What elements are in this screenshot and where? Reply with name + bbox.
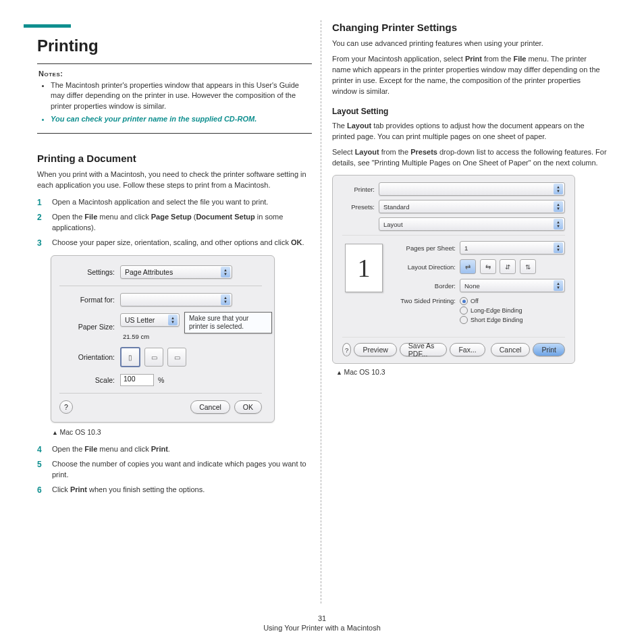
- callout: Make sure that your printer is selected.: [184, 312, 272, 333]
- layout-preview: 1: [345, 244, 383, 292]
- tab-select[interactable]: Layout▲▼: [379, 217, 565, 231]
- radio-off[interactable]: Off: [460, 297, 523, 305]
- printer-label: Printer:: [342, 186, 379, 193]
- layout-dir-3-icon[interactable]: ⇵: [500, 259, 516, 274]
- scale-label: Scale:: [59, 376, 120, 384]
- page-footer: 31 Using Your Printer with a Macintosh: [0, 614, 644, 632]
- radio-long[interactable]: Long-Edge Binding: [460, 306, 523, 315]
- page-title: Printing: [37, 36, 312, 55]
- two-sided-label: Two Sided Printing:: [392, 297, 460, 304]
- notes-label: Notes:: [38, 70, 63, 78]
- page-setup-dialog: Settings: Page Attributes▲▼ Format for: …: [51, 255, 275, 423]
- radio-icon: [460, 306, 468, 315]
- step: Open a Macintosh application and select …: [37, 197, 312, 208]
- step: Click Print when you finish setting the …: [37, 485, 312, 495]
- help-button[interactable]: ?: [59, 400, 73, 414]
- note-item: The Macintosh printer's properties windo…: [51, 80, 311, 111]
- fax-button[interactable]: Fax...: [450, 343, 485, 356]
- orientation-landscape-icon[interactable]: ▭: [144, 348, 163, 367]
- paragraph: Select Layout from the Presets drop-down…: [332, 147, 607, 169]
- radio-short[interactable]: Short Edge Binding: [460, 316, 523, 324]
- dropdown-arrows-icon: ▲▼: [554, 242, 563, 253]
- step: Choose the number of copies you want and…: [37, 459, 312, 481]
- settings-select[interactable]: Page Attributes▲▼: [120, 265, 232, 279]
- dropdown-arrows-icon: ▲▼: [168, 315, 178, 325]
- cancel-button[interactable]: Cancel: [190, 400, 230, 414]
- paper-dim: 21.59 cm: [123, 333, 149, 340]
- print-button[interactable]: Print: [533, 343, 565, 356]
- format-for-select[interactable]: ▲▼: [120, 293, 232, 306]
- page-number: 31: [0, 614, 644, 622]
- presets-label: Presets:: [342, 203, 379, 211]
- column-divider: [321, 20, 321, 603]
- border-label: Border:: [392, 282, 460, 290]
- presets-select[interactable]: Standard▲▼: [379, 200, 565, 213]
- radio-icon: [460, 316, 468, 324]
- orientation-portrait-icon[interactable]: ▯: [120, 347, 140, 367]
- layout-direction-label: Layout Direction:: [392, 263, 460, 271]
- note-item-highlight: You can check your printer name in the s…: [51, 114, 311, 124]
- printer-select[interactable]: ▲▼: [379, 182, 565, 196]
- help-button[interactable]: ?: [342, 343, 351, 356]
- paragraph: The Layout tab provides options to adjus…: [332, 121, 607, 142]
- preview-button[interactable]: Preview: [354, 343, 396, 356]
- section-intro: When you print with a Macintosh, you nee…: [37, 169, 312, 191]
- settings-label: Settings:: [59, 268, 120, 276]
- notes-box: Notes: The Macintosh printer's propertie…: [37, 63, 312, 134]
- step: Open the File menu and click Page Setup …: [37, 212, 312, 234]
- format-for-label: Format for:: [59, 296, 120, 304]
- paragraph: You can use advanced printing features w…: [332, 38, 607, 49]
- cancel-button[interactable]: Cancel: [491, 343, 531, 356]
- step: Open the File menu and click Print.: [37, 444, 312, 455]
- dropdown-arrows-icon: ▲▼: [554, 219, 563, 230]
- dropdown-arrows-icon: ▲▼: [221, 267, 230, 277]
- layout-dir-4-icon[interactable]: ⇅: [520, 259, 536, 274]
- scale-input[interactable]: 100: [120, 374, 154, 386]
- ok-button[interactable]: OK: [234, 400, 262, 414]
- layout-dir-1-icon[interactable]: ⇄: [460, 259, 476, 274]
- section-heading: Printing a Document: [37, 153, 312, 164]
- paper-size-label: Paper Size:: [59, 323, 120, 331]
- paragraph: From your Macintosh application, select …: [332, 54, 607, 97]
- section-heading: Changing Printer Settings: [332, 22, 607, 33]
- layout-dir-2-icon[interactable]: ⇆: [480, 259, 496, 274]
- dropdown-arrows-icon: ▲▼: [554, 184, 563, 194]
- paper-size-select[interactable]: US Letter▲▼: [120, 313, 180, 327]
- figure-caption: Mac OS 10.3: [336, 368, 607, 376]
- border-select[interactable]: None▲▼: [460, 279, 565, 292]
- dropdown-arrows-icon: ▲▼: [221, 294, 230, 305]
- accent-bar: [24, 24, 71, 28]
- sub-heading: Layout Setting: [332, 107, 607, 116]
- orientation-label: Orientation:: [59, 353, 120, 361]
- dropdown-arrows-icon: ▲▼: [554, 201, 563, 212]
- scale-unit: %: [158, 376, 164, 384]
- radio-icon: [460, 297, 468, 305]
- footer-text: Using Your Printer with a Macintosh: [0, 624, 644, 632]
- save-pdf-button[interactable]: Save As PDF...: [400, 343, 448, 356]
- pages-per-sheet-label: Pages per Sheet:: [392, 244, 460, 252]
- orientation-landscape-rev-icon[interactable]: ▭: [167, 348, 186, 367]
- step: Choose your paper size, orientation, sca…: [37, 238, 312, 248]
- layout-dialog: Printer: ▲▼ Presets: Standard▲▼ Layout▲▼…: [332, 175, 575, 364]
- figure-caption: Mac OS 10.3: [52, 428, 312, 436]
- dropdown-arrows-icon: ▲▼: [554, 280, 563, 291]
- pages-per-sheet-select[interactable]: 1▲▼: [460, 241, 565, 254]
